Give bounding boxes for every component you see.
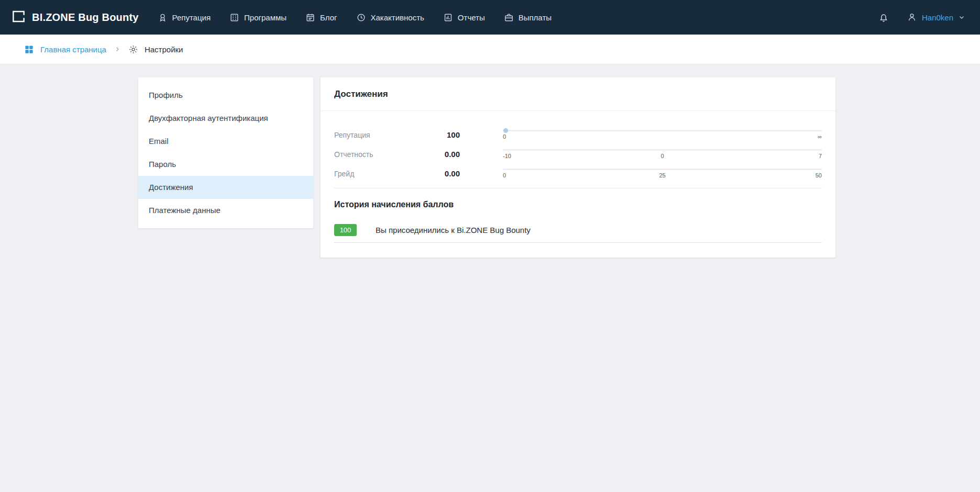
- breadcrumb: Главная страница Настройки: [0, 35, 980, 64]
- page-title: Достижения: [334, 89, 822, 99]
- payouts-icon: [504, 13, 514, 23]
- metric-value: 0.00: [418, 150, 460, 159]
- nav-item-payouts[interactable]: Выплаты: [504, 13, 552, 23]
- hacktivity-icon: [356, 13, 366, 23]
- nav-item-label: Выплаты: [519, 13, 552, 22]
- slider-track: [503, 149, 822, 151]
- nav-item-reports[interactable]: Отчеты: [443, 13, 485, 23]
- metric-label: Отчетность: [334, 150, 418, 159]
- history-item: 100 Вы присоединились к Bi.ZONE Bug Boun…: [334, 224, 822, 243]
- reports-icon: [443, 13, 453, 23]
- gear-icon: [128, 44, 138, 54]
- metrics-list: Репутация 100 0 ∞ Отчетность 0.00: [321, 111, 835, 178]
- home-grid-icon: [24, 44, 34, 54]
- points-badge: 100: [334, 224, 357, 236]
- notifications-bell-icon[interactable]: [878, 12, 889, 23]
- user-icon: [907, 12, 917, 23]
- breadcrumb-home-label: Главная страница: [40, 45, 106, 54]
- sidebar-item-password[interactable]: Пароль: [138, 153, 313, 176]
- metric-scale-slider: 0 25 50: [503, 169, 822, 178]
- nav-item-label: Блог: [320, 13, 337, 22]
- history-title: История начисления баллов: [334, 200, 822, 209]
- metric-row-reporting: Отчетность 0.00 -10 0 7: [334, 149, 822, 159]
- blog-icon: [305, 13, 315, 23]
- history-item-text: Вы присоединились к Bi.ZONE Bug Bounty: [376, 226, 531, 234]
- achievements-card: Достижения Репутация 100 0 ∞ О: [321, 77, 835, 258]
- tick-mid: 25: [659, 172, 665, 178]
- topbar: BI.ZONE Bug Bounty Репутация Программы Б…: [0, 0, 980, 35]
- slider-ticks: -10 0 7: [503, 153, 822, 159]
- tick-mid: 0: [660, 153, 664, 159]
- tick-max: 7: [819, 153, 822, 159]
- metric-value: 0.00: [418, 169, 460, 178]
- metric-row-reputation: Репутация 100 0 ∞: [334, 130, 822, 140]
- metric-value: 100: [418, 130, 460, 139]
- tick-max: 50: [816, 172, 822, 178]
- metric-label: Репутация: [334, 131, 418, 139]
- breadcrumb-home-link[interactable]: Главная страница: [24, 44, 106, 54]
- slider-track: [503, 130, 822, 131]
- chevron-down-icon: [958, 14, 965, 21]
- content: Профиль Двухфакторная аутентификация Ema…: [0, 64, 980, 258]
- breadcrumb-current: Настройки: [128, 44, 183, 54]
- username: Han0ken: [922, 13, 953, 22]
- metric-row-grade: Грейд 0.00 0 25 50: [334, 169, 822, 178]
- programs-icon: [229, 13, 239, 23]
- bizone-logo-icon: [12, 9, 26, 26]
- sidebar-item-email[interactable]: Email: [138, 130, 313, 153]
- user-menu[interactable]: Han0ken: [907, 12, 965, 23]
- topbar-right: Han0ken: [878, 12, 965, 23]
- history-section: История начисления баллов 100 Вы присоед…: [321, 188, 835, 258]
- nav-item-label: Хакактивность: [371, 13, 424, 22]
- slider-ticks: 0 25 50: [503, 172, 822, 178]
- nav-item-label: Отчеты: [458, 13, 485, 22]
- metric-scale-slider: 0 ∞: [503, 130, 822, 140]
- nav-item-label: Программы: [244, 13, 287, 22]
- metric-label: Грейд: [334, 170, 418, 178]
- nav-item-programs[interactable]: Программы: [229, 13, 287, 23]
- tick-max: ∞: [818, 133, 822, 140]
- sidebar-item-payment-details[interactable]: Платежные данные: [138, 199, 313, 222]
- nav-item-label: Репутация: [172, 13, 211, 22]
- slider-thumb: [503, 128, 508, 133]
- brand-name: BI.ZONE Bug Bounty: [32, 12, 139, 24]
- nav-item-hacktivity[interactable]: Хакактивность: [356, 13, 424, 23]
- card-header: Достижения: [321, 77, 835, 111]
- tick-min: 0: [503, 133, 506, 140]
- tick-min: 0: [503, 172, 506, 178]
- slider-ticks: 0 ∞: [503, 133, 822, 140]
- breadcrumb-current-label: Настройки: [145, 45, 183, 54]
- slider-track: [503, 169, 822, 170]
- tick-min: -10: [503, 153, 511, 159]
- reputation-icon: [158, 13, 168, 23]
- brand-logo[interactable]: BI.ZONE Bug Bounty: [12, 9, 139, 26]
- metric-scale-slider: -10 0 7: [503, 149, 822, 159]
- nav-item-reputation[interactable]: Репутация: [158, 13, 211, 23]
- settings-sidebar: Профиль Двухфакторная аутентификация Ema…: [138, 77, 313, 228]
- sidebar-item-two-factor[interactable]: Двухфакторная аутентификация: [138, 107, 313, 130]
- sidebar-item-achievements[interactable]: Достижения: [138, 176, 313, 199]
- nav-item-blog[interactable]: Блог: [305, 13, 337, 23]
- breadcrumb-separator-icon: [114, 46, 120, 52]
- sidebar-item-profile[interactable]: Профиль: [138, 84, 313, 107]
- main-nav: Репутация Программы Блог Хакактивность О…: [158, 13, 552, 23]
